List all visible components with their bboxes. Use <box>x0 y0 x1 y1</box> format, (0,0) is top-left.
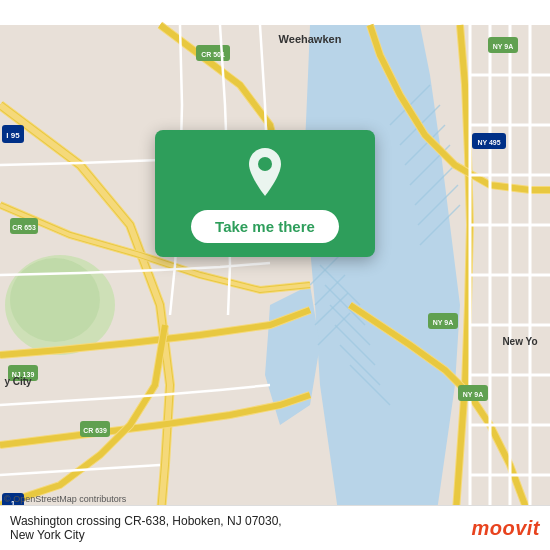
svg-text:y City: y City <box>4 376 32 387</box>
map-container: I 95 CR 653 NJ 139 CR 639 1 CR 501 NY 9A… <box>0 0 550 550</box>
svg-text:NY 9A: NY 9A <box>433 319 454 326</box>
svg-text:I 95: I 95 <box>6 131 20 140</box>
map-background: I 95 CR 653 NJ 139 CR 639 1 CR 501 NY 9A… <box>0 0 550 550</box>
location-pin-wrapper <box>239 148 291 200</box>
address-line2: New York City <box>10 528 85 542</box>
moovit-logo: moovit <box>471 517 540 540</box>
map-attribution: © OpenStreetMap contributors <box>4 494 126 504</box>
svg-point-58 <box>258 157 272 171</box>
bottom-info-bar: Washington crossing CR-638, Hoboken, NJ … <box>0 505 550 550</box>
svg-point-21 <box>10 258 100 342</box>
address-text: Washington crossing CR-638, Hoboken, NJ … <box>10 514 471 542</box>
svg-text:CR 653: CR 653 <box>12 224 36 231</box>
svg-text:Weehawken: Weehawken <box>279 33 342 45</box>
svg-text:CR 639: CR 639 <box>83 427 107 434</box>
location-pin-icon <box>243 148 287 200</box>
moovit-brand-text: moovit <box>471 517 540 540</box>
svg-text:NY 9A: NY 9A <box>463 391 484 398</box>
navigation-card: Take me there <box>155 130 375 257</box>
svg-text:NY 495: NY 495 <box>477 139 500 146</box>
svg-text:NY 9A: NY 9A <box>493 43 514 50</box>
take-me-there-button[interactable]: Take me there <box>191 210 339 243</box>
attribution-text: © OpenStreetMap contributors <box>4 494 126 504</box>
svg-text:New Yo: New Yo <box>502 336 537 347</box>
address-line1: Washington crossing CR-638, Hoboken, NJ … <box>10 514 282 528</box>
